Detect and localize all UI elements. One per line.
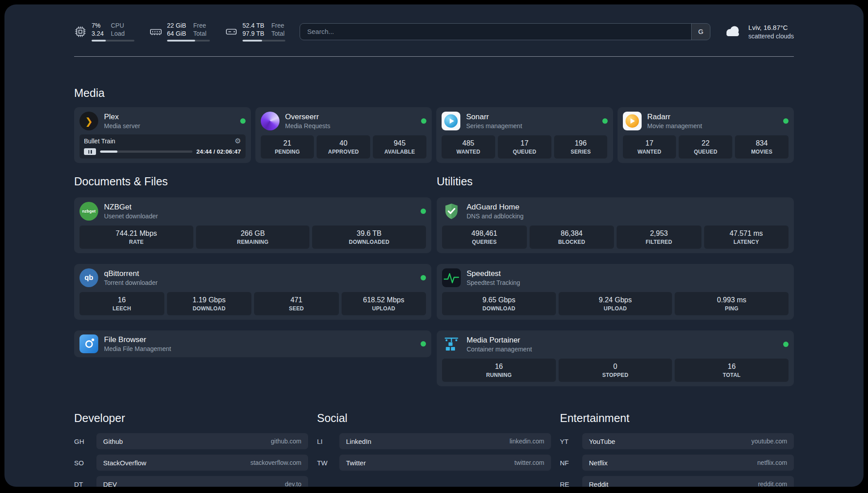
service-card-qbittorrent[interactable]: qb qBittorrent Torrent downloader 16 LEE… (74, 264, 431, 320)
memory-icon (150, 25, 162, 38)
bookmark-name: YouTube (589, 438, 615, 445)
service-subtitle: Speedtest Tracking (467, 279, 789, 287)
bookmark-url: linkedin.com (509, 438, 544, 445)
stat-running: 16 RUNNING (442, 359, 556, 382)
stat-upload: 9.24 Gbps UPLOAD (559, 292, 672, 315)
bookmark-name: DEV (103, 480, 117, 487)
stat-wanted: 17 WANTED (623, 135, 676, 159)
media-grid: ❯ Plex Media server Bullet Train ⚙ (74, 107, 794, 163)
service-card-sonarr[interactable]: Sonarr Series management 485 WANTED 17 Q… (436, 107, 613, 163)
overseerr-icon (261, 112, 280, 130)
service-title: Sonarr (466, 112, 597, 121)
service-title: AdGuard Home (467, 202, 789, 212)
status-dot (783, 342, 789, 347)
bookmark-youtube[interactable]: YT YouTube youtube.com (560, 433, 794, 449)
service-card-filebrowser[interactable]: File Browser Media File Management (74, 330, 431, 357)
nzbget-icon: nzbget (79, 202, 98, 221)
bookmark-name: Reddit (589, 480, 608, 487)
service-subtitle: Media server (104, 122, 234, 130)
stat-movies: 834 MOVIES (735, 135, 789, 159)
service-subtitle: Torrent downloader (104, 279, 415, 287)
disk-free-value: 52.4 TB (242, 21, 264, 29)
section-heading-media: Media (74, 86, 794, 100)
stat-latency: 47.571 ms LATENCY (704, 226, 789, 249)
service-card-nzbget[interactable]: nzbget NZBGet Usenet downloader 744.21 M… (74, 197, 431, 253)
plex-icon: ❯ (79, 112, 98, 130)
bookmark-abbr: NF (560, 459, 582, 467)
radarr-icon (623, 112, 642, 130)
pause-button[interactable] (84, 148, 96, 155)
sonarr-icon (442, 112, 460, 130)
bookmark-url: reddit.com (758, 480, 787, 487)
bookmark-dev[interactable]: DT DEV dev.to (74, 476, 308, 487)
memory-meter (167, 40, 210, 42)
search-provider-button[interactable]: G (691, 24, 710, 40)
service-card-portainer[interactable]: Media Portainer Container management 16 … (437, 330, 794, 386)
topbar: 7% 3.24 CPU Load (74, 21, 794, 42)
stat-leech: 16 LEECH (79, 292, 164, 315)
bookmark-abbr: RE (560, 480, 582, 487)
service-card-adguard[interactable]: AdGuard Home DNS and adblocking 498,461 … (437, 197, 794, 253)
stat-pending: 21 PENDING (261, 135, 314, 159)
bookmark-name: Twitter (346, 459, 366, 467)
service-title: Plex (104, 112, 234, 121)
playback-progress-bar[interactable] (100, 150, 192, 153)
stat-seed: 471 SEED (254, 292, 339, 315)
service-card-plex[interactable]: ❯ Plex Media server Bullet Train ⚙ (74, 107, 251, 163)
bookmark-stackoverflow[interactable]: SO StackOverflow stackoverflow.com (74, 455, 308, 471)
memory-widget: 22 GiB 64 GiB Free Total (150, 21, 210, 42)
search-input[interactable] (300, 24, 691, 40)
section-heading-utilities: Utilities (437, 175, 794, 188)
bookmark-linkedin[interactable]: LI LinkedIn linkedin.com (317, 433, 551, 449)
stat-wanted: 485 WANTED (442, 135, 495, 159)
disk-widget: 52.4 TB 97.9 TB Free Total (225, 21, 285, 42)
disk-meter (242, 40, 285, 42)
bookmark-name: StackOverflow (103, 459, 146, 467)
status-dot (240, 118, 246, 124)
service-title: Radarr (647, 112, 778, 121)
cloud-icon (723, 24, 743, 39)
stat-downloaded: 39.6 TB DOWNLOADED (312, 226, 426, 249)
stat-ping: 0.993 ms PING (675, 292, 789, 315)
bookmark-abbr: DT (74, 480, 96, 487)
status-dot (783, 118, 789, 124)
service-title: Speedtest (467, 269, 789, 278)
gear-icon[interactable]: ⚙ (234, 138, 241, 145)
cpu-widget: 7% 3.24 CPU Load (74, 21, 134, 42)
stat-download: 1.19 Gbps DOWNLOAD (167, 292, 252, 315)
plex-now-playing: Bullet Train ⚙ 24:44 / 02:06:47 (79, 134, 246, 159)
stat-blocked: 86,384 BLOCKED (530, 226, 614, 249)
service-title: NZBGet (104, 202, 415, 212)
disk-total-value: 97.9 TB (242, 29, 264, 38)
bookmark-url: dev.to (285, 480, 301, 487)
dashboard-page: 7% 3.24 CPU Load (4, 4, 864, 487)
cpu-label-1: CPU (111, 21, 125, 29)
now-playing-title: Bullet Train (84, 138, 115, 145)
stat-filtered: 2,953 FILTERED (617, 226, 701, 249)
service-title: qBittorrent (104, 269, 415, 278)
cpu-percent: 7% (92, 21, 104, 29)
stat-approved: 40 APPROVED (317, 135, 370, 159)
service-card-radarr[interactable]: Radarr Movie management 17 WANTED 22 QUE… (618, 107, 794, 163)
bookmark-twitter[interactable]: TW Twitter twitter.com (317, 455, 551, 471)
bookmark-netflix[interactable]: NF Netflix netflix.com (560, 455, 794, 471)
bookmark-reddit[interactable]: RE Reddit reddit.com (560, 476, 794, 487)
bookmark-url: netflix.com (757, 459, 787, 466)
memory-label-1: Free (193, 21, 207, 29)
bookmark-abbr: YT (560, 438, 582, 445)
service-card-overseerr[interactable]: Overseerr Media Requests 21 PENDING 40 A… (255, 107, 432, 163)
bookmark-url: stackoverflow.com (250, 459, 301, 466)
section-heading-developer: Developer (74, 411, 308, 425)
documents-section: Documents & Files nzbget NZBGet Usenet d… (74, 175, 431, 357)
service-card-speedtest[interactable]: Speedtest Speedtest Tracking 9.65 Gbps D… (437, 264, 794, 320)
playback-time: 24:44 / 02:06:47 (196, 148, 241, 155)
bookmark-name: Github (103, 438, 123, 445)
weather-location: Lviv, 16.87°C (748, 23, 794, 32)
bookmark-github[interactable]: GH Github github.com (74, 433, 308, 449)
service-subtitle: Movie management (647, 122, 778, 130)
bookmarks-section: Developer GH Github github.com SO StackO… (74, 411, 794, 487)
service-title: File Browser (104, 335, 415, 344)
stat-available: 945 AVAILABLE (373, 135, 426, 159)
section-heading-social: Social (317, 411, 551, 425)
cpu-meter (92, 40, 134, 42)
